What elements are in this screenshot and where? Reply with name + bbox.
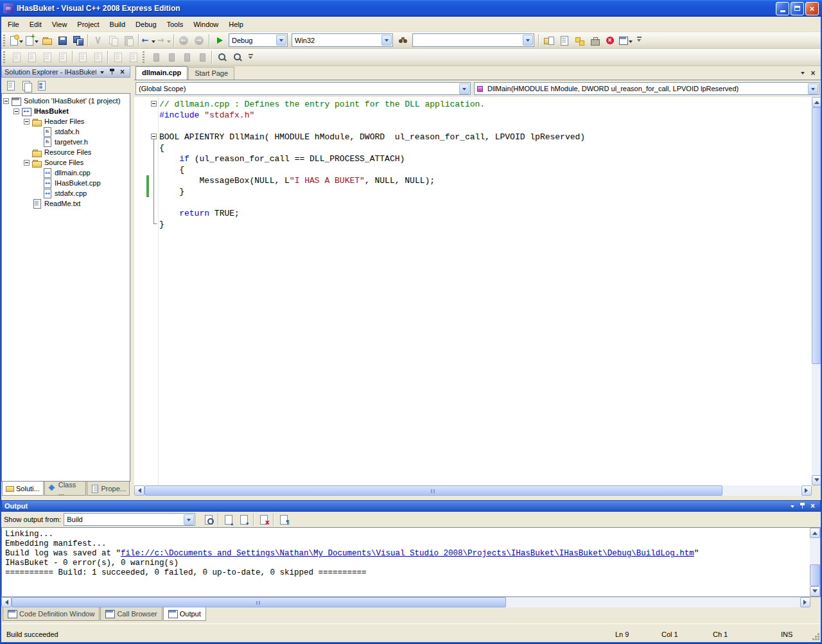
menu-edit[interactable]: Edit: [24, 18, 47, 31]
comment-selection-button[interactable]: [110, 50, 125, 64]
display-member-list-button[interactable]: [8, 50, 24, 64]
output-vertical-scrollbar[interactable]: [810, 528, 820, 596]
cut-button[interactable]: [90, 33, 105, 48]
panel-tab-code-definition-window[interactable]: Code Definition Window: [3, 607, 100, 621]
zoom-out-button[interactable]: [214, 50, 229, 64]
collapse-toggle[interactable]: [3, 98, 9, 104]
find-dropdown-arrow[interactable]: [523, 35, 533, 46]
dropdown-arrow-icon[interactable]: [184, 514, 194, 525]
dropdown-arrow-icon[interactable]: [459, 83, 469, 94]
object-browser-button[interactable]: [572, 33, 587, 48]
fold-toggle[interactable]: [151, 134, 157, 139]
properties-button[interactable]: [3, 78, 18, 92]
auto-hide-pin-button[interactable]: [798, 501, 807, 510]
left-tab-solution-explorer[interactable]: Soluti...: [2, 482, 44, 496]
tree-item-dllmain-cpp[interactable]: dllmain.cpp: [2, 168, 130, 178]
view-class-diagram-button[interactable]: [33, 78, 49, 92]
error-list-button[interactable]: [602, 33, 618, 48]
display-word-completion-button[interactable]: [55, 50, 70, 64]
toggle-word-wrap-button[interactable]: [275, 512, 291, 527]
clear-bookmarks-button[interactable]: [194, 50, 209, 64]
next-bookmark-button[interactable]: [179, 50, 194, 64]
output-source-combo[interactable]: Build: [64, 513, 195, 526]
navigate-backward-button[interactable]: [176, 33, 191, 48]
toolbox-button[interactable]: [587, 33, 602, 48]
menu-debug[interactable]: Debug: [130, 18, 161, 31]
redo-button[interactable]: [156, 33, 171, 48]
menu-help[interactable]: Help: [223, 18, 249, 31]
toolbar-grip[interactable]: [143, 51, 144, 63]
other-windows-button[interactable]: [618, 33, 633, 48]
tree-item-readme-txt[interactable]: ReadMe.txt: [2, 198, 130, 209]
increase-indent-button[interactable]: [90, 50, 105, 64]
undo-button[interactable]: [141, 33, 156, 48]
panel-tab-call-browser[interactable]: Call Browser: [100, 607, 162, 621]
menu-project[interactable]: Project: [72, 18, 104, 31]
scroll-down-button[interactable]: [810, 586, 820, 596]
close-panel-button[interactable]: ×: [808, 501, 818, 510]
collapse-toggle[interactable]: [24, 119, 30, 125]
previous-message-button[interactable]: [220, 512, 236, 527]
editor-horizontal-scrollbar[interactable]: [134, 485, 812, 496]
display-parameter-info-button[interactable]: [24, 50, 39, 64]
start-debugging-button[interactable]: [211, 33, 227, 48]
display-quick-info-button[interactable]: [39, 50, 55, 64]
add-new-item-button[interactable]: [24, 33, 39, 48]
save-all-button[interactable]: [70, 33, 85, 48]
toolbar-grip[interactable]: [3, 35, 5, 46]
copy-button[interactable]: [105, 33, 121, 48]
document-tab-start-page[interactable]: Start Page: [188, 67, 234, 80]
menu-view[interactable]: View: [47, 18, 73, 31]
tree-item-header-files[interactable]: Header Files: [2, 116, 130, 126]
solution-explorer-button[interactable]: [541, 33, 556, 48]
tree-item-resource-files[interactable]: Resource Files: [2, 147, 130, 157]
left-tab-properties[interactable]: Prope...: [87, 482, 130, 496]
uncomment-selection-button[interactable]: [125, 50, 141, 64]
menu-build[interactable]: Build: [105, 18, 130, 31]
solution-platforms-dropdown-arrow[interactable]: [381, 35, 392, 46]
members-combo[interactable]: DllMain(HMODULE hModule, DWORD ul_reason…: [474, 82, 819, 95]
close-button[interactable]: ×: [805, 2, 819, 15]
panel-tab-output[interactable]: Output: [163, 607, 206, 621]
resize-grip[interactable]: [818, 638, 819, 640]
navigate-forward-button[interactable]: [191, 33, 207, 48]
new-project-button[interactable]: [8, 33, 24, 48]
tree-item-source-files[interactable]: Source Files: [2, 157, 130, 168]
menu-tools[interactable]: Tools: [162, 18, 189, 31]
active-files-dropdown-button[interactable]: [798, 68, 808, 78]
scroll-right-button[interactable]: [800, 597, 810, 607]
scroll-right-button[interactable]: [801, 485, 812, 496]
toolbar-options-button[interactable]: [246, 50, 255, 64]
find-in-files-button[interactable]: [395, 33, 410, 48]
types-combo[interactable]: (Global Scope): [136, 82, 471, 95]
tree-item-stdafx-cpp[interactable]: stdafx.cpp: [2, 188, 130, 198]
scroll-thumb[interactable]: [144, 485, 722, 496]
solution-configurations-combo[interactable]: Debug: [229, 33, 288, 47]
fold-toggle[interactable]: [151, 101, 157, 107]
window-position-button[interactable]: [787, 501, 797, 510]
toggle-bookmark-button[interactable]: [148, 50, 163, 64]
tree-item-ihasbuket-cpp[interactable]: IHasBuket.cpp: [2, 178, 130, 188]
paste-button[interactable]: [121, 33, 136, 48]
tree-item-stdafx-h[interactable]: stdafx.h: [2, 126, 130, 137]
auto-hide-pin-button[interactable]: [107, 67, 117, 76]
restore-button[interactable]: [791, 2, 804, 15]
properties-window-button[interactable]: [556, 33, 572, 48]
solution-platforms-combo[interactable]: Win32: [292, 33, 393, 47]
find-message-button[interactable]: [200, 512, 216, 527]
menu-window[interactable]: Window: [188, 18, 223, 31]
previous-bookmark-button[interactable]: [163, 50, 179, 64]
code-editor[interactable]: // dllmain.cpp : Defines the entry point…: [134, 97, 812, 485]
tree-item-solution-ihasbuket-1-project[interactable]: Solution 'IHasBuket' (1 project): [2, 96, 130, 106]
close-document-button[interactable]: ×: [808, 68, 818, 78]
toolbar-options-button[interactable]: [634, 33, 643, 48]
toolbar-grip[interactable]: [3, 51, 5, 63]
document-tab-dllmain-cpp[interactable]: dllmain.cpp: [136, 66, 188, 80]
scroll-up-button[interactable]: [810, 528, 820, 538]
find-combo[interactable]: [412, 33, 534, 47]
build-log-link[interactable]: file://c:\Documents and Settings\Nathan\…: [121, 549, 694, 558]
collapse-toggle[interactable]: [13, 109, 19, 114]
scroll-left-button[interactable]: [134, 485, 144, 496]
window-position-button[interactable]: [97, 67, 107, 76]
menu-file[interactable]: File: [3, 18, 24, 31]
